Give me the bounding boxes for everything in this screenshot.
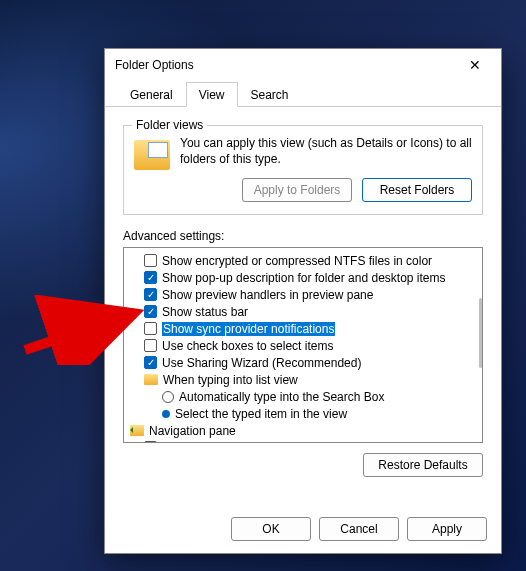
close-button[interactable]: ✕ <box>459 57 491 73</box>
tab-search[interactable]: Search <box>238 82 302 107</box>
folder-icon <box>134 140 170 170</box>
option-sharing-wizard[interactable]: Use Sharing Wizard (Recommended) <box>124 354 482 371</box>
typing-group: When typing into list view <box>124 371 482 388</box>
checkbox-icon[interactable] <box>144 288 157 301</box>
option-use-checkboxes[interactable]: Use check boxes to select items <box>124 337 482 354</box>
restore-defaults-button[interactable]: Restore Defaults <box>363 453 483 477</box>
cancel-button[interactable]: Cancel <box>319 517 399 541</box>
option-show-popup[interactable]: Show pop-up description for folder and d… <box>124 269 482 286</box>
option-show-preview[interactable]: Show preview handlers in preview pane <box>124 286 482 303</box>
tab-view[interactable]: View <box>186 82 238 107</box>
checkbox-icon[interactable] <box>144 322 157 335</box>
option-show-encrypted[interactable]: Show encrypted or compressed NTFS files … <box>124 252 482 269</box>
checkbox-icon[interactable] <box>144 339 157 352</box>
navigation-pane-group: Navigation pane <box>124 422 482 439</box>
option-show-status-bar[interactable]: Show status bar <box>124 303 482 320</box>
advanced-settings-label: Advanced settings: <box>123 229 483 243</box>
checkbox-icon[interactable] <box>144 271 157 284</box>
apply-to-folders-button[interactable]: Apply to Folders <box>242 178 352 202</box>
ok-button[interactable]: OK <box>231 517 311 541</box>
checkbox-icon[interactable] <box>144 305 157 318</box>
folder-views-label: Folder views <box>132 118 207 132</box>
folder-views-group: Folder views You can apply this view (su… <box>123 125 483 215</box>
checkbox-icon[interactable] <box>144 356 157 369</box>
checkbox-icon[interactable] <box>144 254 157 267</box>
radio-icon[interactable] <box>162 391 174 403</box>
window-title: Folder Options <box>115 58 459 72</box>
scrollbar[interactable] <box>479 298 482 368</box>
option-typing-auto[interactable]: Automatically type into the Search Box <box>124 388 482 405</box>
nav-pane-icon <box>130 425 144 436</box>
option-typing-select[interactable]: Select the typed item in the view <box>124 405 482 422</box>
folder-icon <box>144 374 158 385</box>
option-sync-provider[interactable]: Show sync provider notifications <box>124 320 482 337</box>
folder-options-dialog: Folder Options ✕ General View Search Fol… <box>104 48 502 554</box>
reset-folders-button[interactable]: Reset Folders <box>362 178 472 202</box>
tab-bar: General View Search <box>105 81 501 107</box>
folder-views-text: You can apply this view (such as Details… <box>180 136 472 170</box>
apply-button[interactable]: Apply <box>407 517 487 541</box>
titlebar: Folder Options ✕ <box>105 49 501 81</box>
checkbox-icon[interactable] <box>144 441 157 443</box>
tab-general[interactable]: General <box>117 82 186 107</box>
option-availability-status[interactable]: Always show availability status <box>124 439 482 443</box>
radio-icon[interactable] <box>162 410 170 418</box>
advanced-settings-tree[interactable]: Show encrypted or compressed NTFS files … <box>123 247 483 443</box>
